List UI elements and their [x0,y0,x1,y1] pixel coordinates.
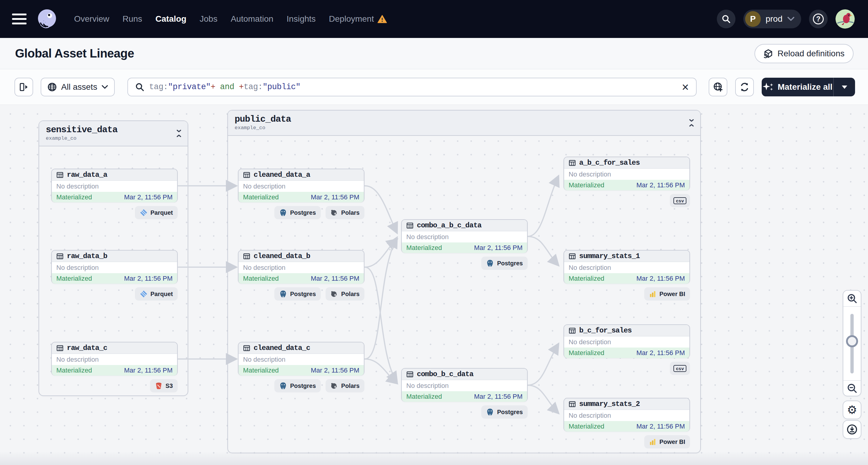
asset-node-a_b_c_for_sales[interactable]: a_b_c_for_sales No description Materiali… [563,157,690,190]
nav-item-deployment[interactable]: Deployment [329,14,387,24]
tag-powerbi[interactable]: Power BI [644,287,690,301]
tag-polars[interactable]: Polars [326,206,365,219]
asset-date: Mar 2, 11:56 PM [311,367,359,374]
group-title: sensitive_data [46,125,182,135]
asset-description: No description [239,262,364,273]
asset-tags: csv [563,362,690,375]
tag-csv[interactable]: csv [670,194,690,207]
group-header[interactable]: public_data example_co [228,111,700,136]
zoom-in-button[interactable] [843,290,861,307]
add-scope-button[interactable] [709,78,727,96]
tag-postgres[interactable]: Postgres [481,257,528,270]
nav-item-runs[interactable]: Runs [123,14,142,24]
asset-node-combo_a_b_c_data[interactable]: combo_a_b_c_data No description Material… [401,219,528,253]
asset-date: Mar 2, 11:56 PM [124,275,173,282]
group-header[interactable]: sensitive_data example_co [39,121,188,146]
nav-item-jobs[interactable]: Jobs [200,14,217,24]
asset-node-cleaned_data_b[interactable]: cleaned_data_b No description Materializ… [238,250,365,284]
tag-postgres[interactable]: Postgres [481,405,528,418]
asset-node-combo_b_c_data[interactable]: combo_b_c_data No description Materializ… [401,368,528,402]
avatar[interactable] [835,9,855,29]
asset-scope-dropdown[interactable]: All assets [41,78,115,96]
reload-definitions-label: Reload definitions [777,49,844,58]
refresh-button[interactable] [735,78,754,96]
zoom-out-button[interactable] [843,380,861,396]
asset-name: cleaned_data_a [254,171,310,179]
polars-icon [331,382,338,390]
tag-postgres[interactable]: Postgres [274,287,321,301]
asset-status: Materialized [406,244,442,252]
tag-parquet[interactable]: Parquet [135,287,178,301]
asset-date: Mar 2, 11:56 PM [637,349,685,357]
asset-status: Materialized [56,275,92,282]
asset-status: Materialized [569,181,604,189]
tag-csv[interactable]: csv [670,362,690,375]
group-title: public_data [235,114,694,124]
clear-search-icon[interactable]: × [682,81,689,93]
asset-status: Materialized [569,349,604,357]
tag-polars[interactable]: Polars [326,379,365,393]
materialize-options-button[interactable] [833,78,855,96]
asset-node-raw_data_b[interactable]: raw_data_b No description MaterializedMa… [51,250,178,284]
asset-description: No description [52,181,177,192]
asset-description: No description [564,336,689,347]
parquet-icon [140,290,148,298]
asset-tags: Parquet [51,287,178,301]
nav-item-insights[interactable]: Insights [287,14,316,24]
asset-date: Mar 2, 11:56 PM [474,244,523,252]
asset-node-b_c_for_sales[interactable]: b_c_for_sales No description Materialize… [563,324,690,358]
zoom-out-icon [847,383,857,393]
dagster-logo-icon[interactable] [35,7,58,30]
tag-s3[interactable]: S3 [150,379,178,393]
lineage-graph-canvas[interactable]: sensitive_data example_co public_data ex… [0,105,868,465]
asset-name: cleaned_data_c [254,344,310,352]
collapse-group-icon[interactable] [175,129,183,138]
asset-date: Mar 2, 11:56 PM [124,193,173,201]
hamburger-menu-icon[interactable] [12,13,27,24]
zoom-slider[interactable] [843,307,861,380]
materialize-all-label: Materialize all [778,82,833,92]
nav-item-catalog[interactable]: Catalog [155,14,186,24]
asset-node-raw_data_a[interactable]: raw_data_a No description MaterializedMa… [51,169,178,203]
postgres-icon [279,290,287,298]
asset-name: raw_data_b [67,252,107,260]
nav-item-overview[interactable]: Overview [74,14,109,24]
asset-node-cleaned_data_c[interactable]: cleaned_data_c No description Materializ… [238,342,365,376]
asset-node-cleaned_data_a[interactable]: cleaned_data_a No description Materializ… [238,169,365,203]
tag-postgres[interactable]: Postgres [274,379,321,393]
reload-definitions-button[interactable]: Reload definitions [754,44,854,63]
asset-node-summary_stats_2[interactable]: summary_stats_2 No description Materiali… [563,398,690,432]
asset-date: Mar 2, 11:56 PM [124,367,173,374]
environment-switcher[interactable]: P prod [743,10,801,28]
page-header: Global Asset Lineage Reload definitions [0,38,868,69]
download-graph-button[interactable] [843,420,861,439]
asset-description: No description [52,262,177,273]
tag-powerbi[interactable]: Power BI [644,435,690,448]
nav-item-automation[interactable]: Automation [231,14,274,24]
graph-settings-button[interactable]: ⚙ [843,401,861,419]
tag-polars[interactable]: Polars [326,287,365,301]
env-label: prod [766,14,782,24]
search-query-text: tag:"private"+ and +tag:"public" [149,83,301,92]
tag-parquet[interactable]: Parquet [135,206,178,219]
asset-description: No description [239,354,364,365]
asset-tags: Postgres [401,405,528,418]
asset-tags: Postgres [401,257,528,270]
collapse-group-icon[interactable] [688,118,695,127]
chevron-down-icon [101,85,108,89]
table-icon [56,253,64,260]
asset-search-input[interactable]: tag:"private"+ and +tag:"public" × [127,78,696,96]
help-button[interactable]: ? [809,10,828,28]
asset-node-summary_stats_1[interactable]: summary_stats_1 No description Materiali… [563,250,690,284]
tag-postgres[interactable]: Postgres [274,206,321,219]
asset-node-raw_data_c[interactable]: raw_data_c No description MaterializedMa… [51,342,178,376]
asset-date: Mar 2, 11:56 PM [637,181,685,189]
refresh-icon [739,82,750,92]
materialize-all-button[interactable]: Materialize all [762,78,833,96]
sidebar-toggle-button[interactable] [14,78,33,96]
asset-date: Mar 2, 11:56 PM [311,275,359,282]
zoom-slider-handle[interactable] [846,335,858,347]
group-subtitle: example_co [46,135,182,141]
search-button[interactable] [717,10,736,28]
open-panel-icon [19,82,29,92]
